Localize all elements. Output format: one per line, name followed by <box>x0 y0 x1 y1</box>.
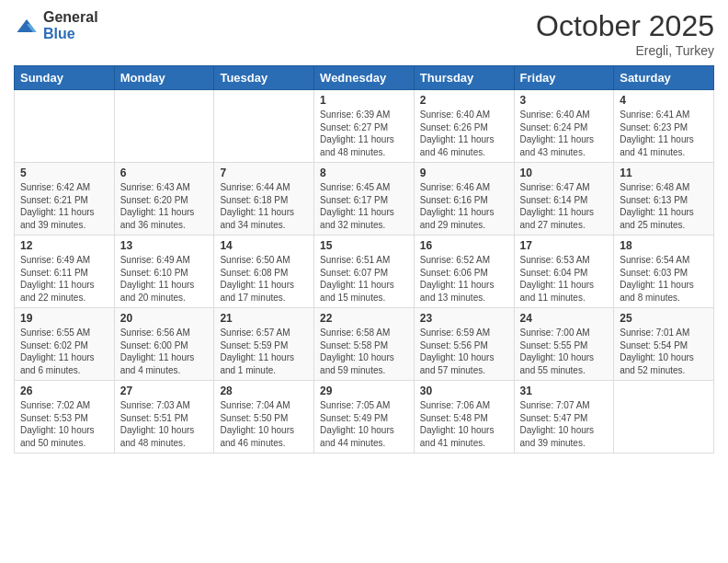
day-number: 6 <box>120 167 209 179</box>
day-number: 11 <box>620 167 708 179</box>
day-cell: 2Sunrise: 6:40 AM Sunset: 6:26 PM Daylig… <box>414 90 514 163</box>
day-number: 16 <box>420 239 508 252</box>
day-info: Sunrise: 6:51 AM Sunset: 6:07 PM Dayligh… <box>320 254 408 304</box>
day-info: Sunrise: 6:53 AM Sunset: 6:04 PM Dayligh… <box>520 254 609 304</box>
day-cell: 16Sunrise: 6:52 AM Sunset: 6:06 PM Dayli… <box>414 236 514 308</box>
day-info: Sunrise: 7:04 AM Sunset: 5:50 PM Dayligh… <box>220 399 308 449</box>
day-info: Sunrise: 6:57 AM Sunset: 5:59 PM Dayligh… <box>220 327 308 376</box>
day-cell: 22Sunrise: 6:58 AM Sunset: 5:58 PM Dayli… <box>314 308 415 381</box>
day-cell: 18Sunrise: 6:54 AM Sunset: 6:03 PM Dayli… <box>614 236 714 308</box>
day-cell <box>214 90 314 163</box>
day-info: Sunrise: 6:43 AM Sunset: 6:20 PM Dayligh… <box>120 181 209 231</box>
day-cell: 12Sunrise: 6:49 AM Sunset: 6:11 PM Dayli… <box>15 236 115 308</box>
day-info: Sunrise: 6:55 AM Sunset: 6:02 PM Dayligh… <box>20 327 108 376</box>
weekday-header-tuesday: Tuesday <box>214 66 314 90</box>
day-info: Sunrise: 6:56 AM Sunset: 6:00 PM Dayligh… <box>120 327 209 376</box>
day-cell: 4Sunrise: 6:41 AM Sunset: 6:23 PM Daylig… <box>614 90 714 163</box>
day-cell: 7Sunrise: 6:44 AM Sunset: 6:18 PM Daylig… <box>214 163 314 236</box>
week-row-4: 19Sunrise: 6:55 AM Sunset: 6:02 PM Dayli… <box>15 308 714 381</box>
day-cell: 28Sunrise: 7:04 AM Sunset: 5:50 PM Dayli… <box>214 381 314 454</box>
day-number: 25 <box>620 312 708 325</box>
day-number: 10 <box>520 167 609 179</box>
weekday-header-friday: Friday <box>514 66 614 90</box>
day-cell: 14Sunrise: 6:50 AM Sunset: 6:08 PM Dayli… <box>214 236 314 308</box>
day-cell: 13Sunrise: 6:49 AM Sunset: 6:10 PM Dayli… <box>114 236 214 308</box>
day-cell: 29Sunrise: 7:05 AM Sunset: 5:49 PM Dayli… <box>314 381 415 454</box>
day-number: 24 <box>520 312 609 325</box>
day-info: Sunrise: 6:40 AM Sunset: 6:24 PM Dayligh… <box>520 109 609 158</box>
day-cell <box>15 90 115 163</box>
weekday-header-wednesday: Wednesday <box>314 66 415 90</box>
day-number: 22 <box>320 312 408 325</box>
logo: General Blue <box>14 9 98 41</box>
day-number: 1 <box>320 94 408 107</box>
day-info: Sunrise: 6:58 AM Sunset: 5:58 PM Dayligh… <box>320 327 408 376</box>
week-row-3: 12Sunrise: 6:49 AM Sunset: 6:11 PM Dayli… <box>15 236 714 308</box>
day-cell: 3Sunrise: 6:40 AM Sunset: 6:24 PM Daylig… <box>514 90 614 163</box>
day-cell: 31Sunrise: 7:07 AM Sunset: 5:47 PM Dayli… <box>514 381 614 454</box>
day-number: 26 <box>20 385 108 397</box>
day-cell: 5Sunrise: 6:42 AM Sunset: 6:21 PM Daylig… <box>15 163 115 236</box>
month-title: October 2025 <box>536 9 714 43</box>
day-cell <box>114 90 214 163</box>
week-row-5: 26Sunrise: 7:02 AM Sunset: 5:53 PM Dayli… <box>15 381 714 454</box>
weekday-header-monday: Monday <box>114 66 214 90</box>
day-cell: 25Sunrise: 7:01 AM Sunset: 5:54 PM Dayli… <box>614 308 714 381</box>
day-number: 14 <box>220 239 308 252</box>
day-number: 3 <box>520 94 609 107</box>
day-cell: 19Sunrise: 6:55 AM Sunset: 6:02 PM Dayli… <box>15 308 115 381</box>
week-row-2: 5Sunrise: 6:42 AM Sunset: 6:21 PM Daylig… <box>15 163 714 236</box>
day-info: Sunrise: 7:03 AM Sunset: 5:51 PM Dayligh… <box>120 399 209 449</box>
day-info: Sunrise: 6:52 AM Sunset: 6:06 PM Dayligh… <box>420 254 508 304</box>
day-cell: 30Sunrise: 7:06 AM Sunset: 5:48 PM Dayli… <box>414 381 514 454</box>
day-info: Sunrise: 7:01 AM Sunset: 5:54 PM Dayligh… <box>620 327 708 376</box>
day-cell: 21Sunrise: 6:57 AM Sunset: 5:59 PM Dayli… <box>214 308 314 381</box>
weekday-header-row: SundayMondayTuesdayWednesdayThursdayFrid… <box>15 66 714 90</box>
week-row-1: 1Sunrise: 6:39 AM Sunset: 6:27 PM Daylig… <box>15 90 714 163</box>
day-info: Sunrise: 7:07 AM Sunset: 5:47 PM Dayligh… <box>520 399 609 449</box>
day-number: 20 <box>120 312 209 325</box>
day-cell: 9Sunrise: 6:46 AM Sunset: 6:16 PM Daylig… <box>414 163 514 236</box>
day-number: 28 <box>220 385 308 397</box>
day-number: 8 <box>320 167 408 179</box>
day-number: 18 <box>620 239 708 252</box>
day-info: Sunrise: 6:42 AM Sunset: 6:21 PM Dayligh… <box>20 181 108 231</box>
day-info: Sunrise: 6:39 AM Sunset: 6:27 PM Dayligh… <box>320 109 408 158</box>
logo-icon <box>14 13 40 39</box>
day-number: 29 <box>320 385 408 397</box>
day-info: Sunrise: 6:47 AM Sunset: 6:14 PM Dayligh… <box>520 181 609 231</box>
weekday-header-sunday: Sunday <box>15 66 115 90</box>
day-info: Sunrise: 6:50 AM Sunset: 6:08 PM Dayligh… <box>220 254 308 304</box>
day-cell: 8Sunrise: 6:45 AM Sunset: 6:17 PM Daylig… <box>314 163 415 236</box>
day-cell: 11Sunrise: 6:48 AM Sunset: 6:13 PM Dayli… <box>614 163 714 236</box>
title-block: October 2025 Eregli, Turkey <box>536 9 714 58</box>
day-cell: 26Sunrise: 7:02 AM Sunset: 5:53 PM Dayli… <box>15 381 115 454</box>
location-subtitle: Eregli, Turkey <box>536 43 714 58</box>
day-info: Sunrise: 6:54 AM Sunset: 6:03 PM Dayligh… <box>620 254 708 304</box>
day-info: Sunrise: 7:05 AM Sunset: 5:49 PM Dayligh… <box>320 399 408 449</box>
day-number: 27 <box>120 385 209 397</box>
weekday-header-thursday: Thursday <box>414 66 514 90</box>
day-number: 30 <box>420 385 508 397</box>
day-cell: 10Sunrise: 6:47 AM Sunset: 6:14 PM Dayli… <box>514 163 614 236</box>
day-info: Sunrise: 6:49 AM Sunset: 6:10 PM Dayligh… <box>120 254 209 304</box>
day-cell: 6Sunrise: 6:43 AM Sunset: 6:20 PM Daylig… <box>114 163 214 236</box>
logo-blue: Blue <box>43 26 98 42</box>
page: General Blue October 2025 Eregli, Turkey… <box>0 0 728 563</box>
day-number: 13 <box>120 239 209 252</box>
logo-general: General <box>43 9 98 26</box>
day-number: 15 <box>320 239 408 252</box>
day-cell: 24Sunrise: 7:00 AM Sunset: 5:55 PM Dayli… <box>514 308 614 381</box>
day-cell: 15Sunrise: 6:51 AM Sunset: 6:07 PM Dayli… <box>314 236 415 308</box>
day-info: Sunrise: 7:06 AM Sunset: 5:48 PM Dayligh… <box>420 399 508 449</box>
day-cell: 23Sunrise: 6:59 AM Sunset: 5:56 PM Dayli… <box>414 308 514 381</box>
day-number: 12 <box>20 239 108 252</box>
day-info: Sunrise: 6:46 AM Sunset: 6:16 PM Dayligh… <box>420 181 508 231</box>
day-info: Sunrise: 6:40 AM Sunset: 6:26 PM Dayligh… <box>420 109 508 158</box>
day-number: 17 <box>520 239 609 252</box>
day-info: Sunrise: 7:00 AM Sunset: 5:55 PM Dayligh… <box>520 327 609 376</box>
day-cell: 17Sunrise: 6:53 AM Sunset: 6:04 PM Dayli… <box>514 236 614 308</box>
day-cell <box>614 381 714 454</box>
day-cell: 20Sunrise: 6:56 AM Sunset: 6:00 PM Dayli… <box>114 308 214 381</box>
day-cell: 1Sunrise: 6:39 AM Sunset: 6:27 PM Daylig… <box>314 90 415 163</box>
